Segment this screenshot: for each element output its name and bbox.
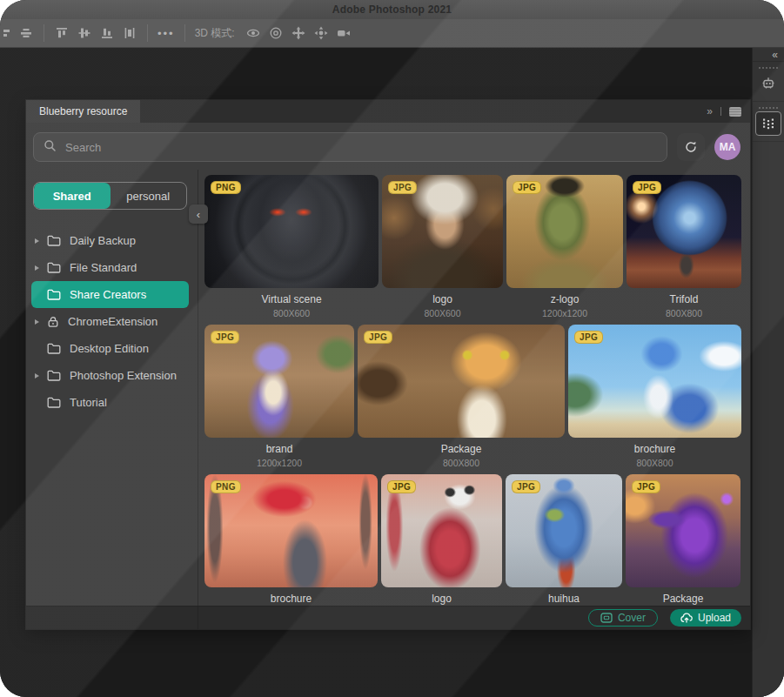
cover-button-label: Cover <box>618 612 646 624</box>
card-size: 800X600 <box>382 308 503 319</box>
folder-icon <box>47 397 61 408</box>
panel-menu-icon[interactable] <box>729 107 741 117</box>
caret-right-icon <box>35 373 39 379</box>
align-horizontal-center-icon[interactable] <box>15 23 37 43</box>
toolbar-divider <box>44 24 44 42</box>
lock-icon <box>47 316 59 328</box>
dock-collapse-button[interactable]: « <box>753 48 784 62</box>
resource-card: JPG z-logo 1200x1200 <box>506 175 623 319</box>
resource-card: JPG Package <box>626 474 740 605</box>
folder-item-chrome-extension[interactable]: ChromeExtension <box>31 308 189 335</box>
dock-slot <box>753 102 784 142</box>
caret-right-icon <box>35 265 39 271</box>
roll-3d-icon[interactable] <box>265 23 287 43</box>
orbit-3d-icon[interactable] <box>242 23 265 43</box>
thumbnail-brand[interactable]: JPG <box>204 325 354 438</box>
card-title: z-logo <box>506 293 623 305</box>
folder-item-file-standard[interactable]: File Standard <box>31 254 189 281</box>
format-badge: JPG <box>632 480 660 493</box>
dock-grip-handle[interactable] <box>759 107 778 109</box>
thumbnail-virtual-scene[interactable]: PNG <box>204 175 379 288</box>
thumbnail-brochure[interactable]: JPG <box>568 325 741 438</box>
view-switcher: Shared personal <box>33 182 187 210</box>
folder-item-photoshop-extension[interactable]: Photoshop Extension <box>31 362 189 389</box>
tab-shared[interactable]: Shared <box>34 183 111 209</box>
upload-button-label: Upload <box>698 612 731 624</box>
upload-button[interactable]: Upload <box>670 609 741 627</box>
thumbnail-trifold[interactable]: JPG <box>627 175 741 288</box>
card-title: Package <box>358 443 565 455</box>
panel-tab[interactable]: Blueberry resource <box>26 100 140 123</box>
grid-row: PNG brochure JPG logo <box>204 474 744 605</box>
card-title: brochure <box>568 443 741 455</box>
blueberry-panel-icon[interactable] <box>756 112 781 135</box>
thumbnail-logo-2[interactable]: JPG <box>381 474 502 587</box>
thumbnail-brochure-2[interactable]: PNG <box>204 474 378 587</box>
slide-3d-icon[interactable] <box>310 23 332 43</box>
thumbnail-package[interactable]: JPG <box>358 325 565 438</box>
resource-card: JPG Package 800X800 <box>358 325 565 469</box>
panel-tab-bar: Blueberry resource » <box>26 100 750 123</box>
format-badge: JPG <box>387 480 416 493</box>
search-input[interactable] <box>64 140 657 155</box>
folder-item-share-creators[interactable]: Share Creators <box>31 281 189 308</box>
thumbnail-package-2[interactable]: JPG <box>626 474 740 587</box>
resource-grid: PNG Virtual scene 800X600 JPG logo 80 <box>198 170 750 606</box>
dock-slot <box>753 62 784 102</box>
thumbnail-huihua[interactable]: JPG <box>506 474 622 587</box>
align-left-icon[interactable] <box>3 23 15 43</box>
toolbar-divider <box>147 24 148 42</box>
folder-label: Desktop Edition <box>70 342 149 355</box>
tab-personal[interactable]: personal <box>111 183 187 209</box>
folder-icon <box>47 289 61 300</box>
align-top-icon[interactable] <box>50 23 73 43</box>
panel-dock: « <box>752 48 784 697</box>
blueberry-resource-panel: Blueberry resource » <box>26 100 750 629</box>
card-title: Virtual scene <box>204 293 379 305</box>
card-size: 800X800 <box>358 458 565 469</box>
align-vertical-center-icon[interactable] <box>73 23 96 43</box>
resource-card: JPG logo 800X600 <box>382 175 503 319</box>
folder-icon <box>47 370 61 381</box>
options-bar: ••• 3D 模式: <box>0 19 784 48</box>
title-bar: Adobe Photoshop 2021 <box>0 0 784 19</box>
folder-item-tutorial[interactable]: Tutorial <box>31 389 189 416</box>
folder-item-desktop-edition[interactable]: Desktop Edition <box>31 335 189 362</box>
refresh-button[interactable] <box>677 133 705 161</box>
distribute-vertical-icon[interactable] <box>118 23 141 43</box>
cover-button[interactable]: Cover <box>588 609 658 627</box>
thumbnail-logo[interactable]: JPG <box>382 175 503 288</box>
sidebar-collapse-button[interactable]: ‹ <box>189 204 208 224</box>
card-title: logo <box>381 593 502 605</box>
thumbnail-z-logo[interactable]: JPG <box>506 175 623 288</box>
plugin-robot-icon[interactable] <box>756 72 781 95</box>
folder-list: Daily Backup File Standard Share Creator… <box>31 227 191 416</box>
panel-header-controls: » <box>707 100 750 123</box>
folder-label: Daily Backup <box>70 234 136 247</box>
folder-label: Share Creators <box>70 288 146 301</box>
divider <box>720 107 721 116</box>
folder-item-daily-backup[interactable]: Daily Backup <box>31 227 189 254</box>
avatar[interactable]: MA <box>714 134 740 160</box>
grid-row: JPG brand 1200x1200 JPG Package 800X8 <box>204 325 744 469</box>
more-options-icon[interactable]: ••• <box>154 27 178 40</box>
sidebar: Shared personal ‹ Daily Backup <box>26 170 198 606</box>
card-title: huihua <box>506 593 622 605</box>
align-bottom-icon[interactable] <box>96 23 118 43</box>
pan-3d-icon[interactable] <box>287 23 310 43</box>
mode-label: 3D 模式: <box>195 26 235 41</box>
resource-card: JPG brochure 800X800 <box>568 325 741 469</box>
format-badge: JPG <box>211 331 239 344</box>
dock-grip-handle[interactable] <box>759 67 778 69</box>
camera-3d-icon[interactable] <box>332 23 355 43</box>
screen: Adobe Photoshop 2021 ••• 3D 模式: « <box>0 0 784 697</box>
card-title: brand <box>204 443 354 455</box>
format-badge: PNG <box>211 181 241 194</box>
folder-label: ChromeExtension <box>68 315 157 328</box>
folder-label: Photoshop Extension <box>70 369 177 382</box>
card-size: 800X600 <box>204 308 379 319</box>
panel-overflow-icon[interactable]: » <box>707 105 713 117</box>
panel-footer: Cover Upload <box>26 606 750 629</box>
resource-card: PNG Virtual scene 800X600 <box>204 175 379 319</box>
resource-card: JPG logo <box>381 474 502 605</box>
